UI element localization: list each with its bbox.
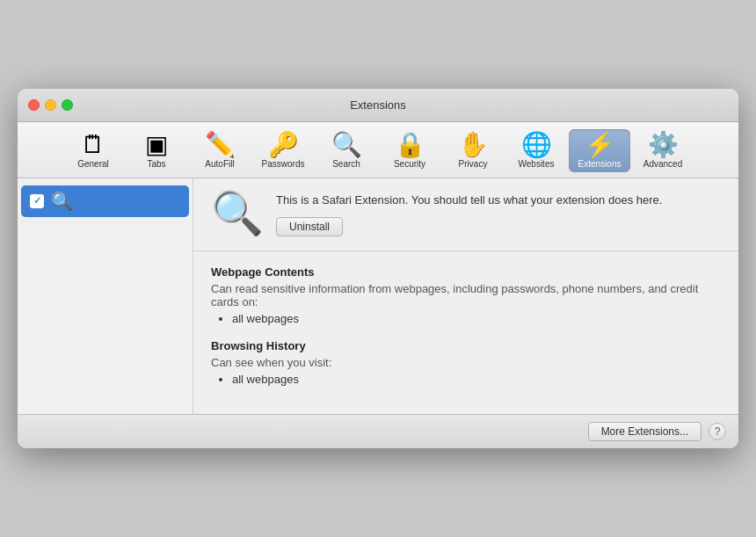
toolbar: 🗒 General ▣ Tabs ✏️ AutoFill 🔑 Passwords…	[18, 122, 738, 178]
webpage-contents-item: all webpages	[232, 312, 721, 325]
toolbar-item-extensions[interactable]: ⚡ Extensions	[569, 129, 630, 172]
toolbar-item-label-general: General	[77, 159, 109, 169]
toolbar-item-passwords[interactable]: 🔑 Passwords	[252, 129, 314, 172]
toolbar-item-security[interactable]: 🔒 Security	[379, 129, 440, 172]
extension-big-icon: 🔍	[211, 192, 264, 235]
passwords-icon: 🔑	[268, 133, 299, 157]
toolbar-item-label-tabs: Tabs	[147, 159, 165, 169]
browsing-history-item: all webpages	[232, 373, 721, 386]
extension-description: This is a Safari Extension. You should t…	[276, 192, 721, 208]
browsing-history-desc: Can see when you visit:	[211, 356, 721, 369]
permission-browsing-history: Browsing History Can see when you visit:…	[211, 339, 721, 386]
help-button[interactable]: ?	[709, 423, 726, 440]
toolbar-item-websites[interactable]: 🌐 Websites	[505, 129, 567, 172]
toolbar-item-tabs[interactable]: ▣ Tabs	[126, 129, 187, 172]
webpage-contents-list: all webpages	[211, 312, 721, 325]
bottom-bar: More Extensions... ?	[18, 414, 738, 448]
tabs-icon: ▣	[145, 133, 168, 157]
extension-detail: 🔍 This is a Safari Extension. You should…	[193, 178, 738, 251]
uninstall-button[interactable]: Uninstall	[276, 217, 343, 236]
window-title: Extensions	[350, 98, 406, 112]
toolbar-item-advanced[interactable]: ⚙️ Advanced	[632, 129, 694, 172]
traffic-lights	[28, 99, 73, 111]
toolbar-item-label-passwords: Passwords	[262, 159, 305, 169]
main-panel: MALWARETIPS 🔍 This is a Safari Extension…	[193, 178, 738, 414]
toolbar-item-label-security: Security	[394, 159, 425, 169]
websites-icon: 🌐	[521, 133, 552, 157]
extensions-icon: ⚡	[585, 133, 615, 157]
webpage-contents-title: Webpage Contents	[211, 265, 721, 279]
advanced-icon: ⚙️	[648, 133, 679, 157]
ext-search-icon: 🔍	[51, 191, 73, 212]
checkmark-icon: ✓	[33, 195, 41, 207]
sidebar-item-ext1[interactable]: ✓ 🔍	[21, 185, 189, 217]
general-icon: 🗒	[81, 133, 105, 157]
security-icon: 🔒	[395, 133, 425, 157]
extension-info: This is a Safari Extension. You should t…	[276, 192, 721, 236]
search-icon: 🔍	[331, 133, 362, 157]
minimize-button[interactable]	[45, 99, 56, 111]
extension-checkbox[interactable]: ✓	[30, 194, 44, 208]
toolbar-item-privacy[interactable]: ✋ Privacy	[442, 129, 504, 172]
safari-preferences-window: Extensions 🗒 General ▣ Tabs ✏️ AutoFill …	[18, 89, 738, 448]
toolbar-item-label-autofill: AutoFill	[205, 159, 234, 169]
toolbar-item-label-search: Search	[332, 159, 360, 169]
toolbar-item-general[interactable]: 🗒 General	[62, 129, 124, 172]
more-extensions-button[interactable]: More Extensions...	[588, 422, 701, 441]
toolbar-item-autofill[interactable]: ✏️ AutoFill	[189, 129, 251, 172]
toolbar-item-label-websites: Websites	[519, 159, 555, 169]
titlebar: Extensions	[18, 89, 738, 122]
toolbar-item-label-extensions: Extensions	[578, 159, 622, 169]
autofill-icon: ✏️	[205, 133, 236, 157]
browsing-history-list: all webpages	[211, 373, 721, 386]
sidebar: ✓ 🔍	[18, 178, 193, 414]
privacy-icon: ✋	[458, 133, 489, 157]
toolbar-item-label-privacy: Privacy	[459, 159, 488, 169]
maximize-button[interactable]	[62, 99, 73, 111]
toolbar-item-label-advanced: Advanced	[643, 159, 682, 169]
toolbar-icons: 🗒 General ▣ Tabs ✏️ AutoFill 🔑 Passwords…	[62, 129, 694, 172]
permissions-panel: Webpage Contents Can read sensitive info…	[193, 251, 738, 414]
close-button[interactable]	[28, 99, 40, 111]
browsing-history-title: Browsing History	[211, 339, 721, 352]
toolbar-item-search[interactable]: 🔍 Search	[316, 129, 377, 172]
webpage-contents-desc: Can read sensitive information from webp…	[211, 282, 721, 308]
permission-webpage-contents: Webpage Contents Can read sensitive info…	[211, 265, 721, 325]
content-area: ✓ 🔍 MALWARETIPS 🔍 This is a Safari Exten…	[18, 178, 738, 414]
